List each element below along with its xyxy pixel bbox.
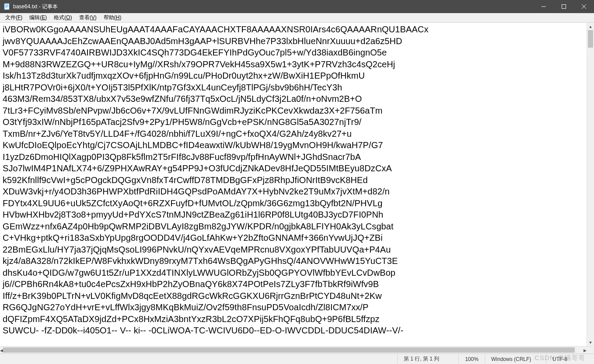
horizontal-scrollbar-row: ◀ ▶: [0, 346, 594, 354]
svg-rect-6: [562, 5, 566, 9]
menu-help[interactable]: 帮助(H): [100, 13, 125, 22]
vertical-scrollbar[interactable]: ▲ ▼: [587, 23, 594, 346]
menu-edit[interactable]: 编辑(E): [26, 13, 50, 22]
statusbar: 第 1 行, 第 1 列 100% Windows (CRLF) UTF-8: [0, 354, 594, 364]
vscroll-track[interactable]: [587, 30, 594, 339]
notepad-window: base64.txt - 记事本 文件(F) 编辑(E) 格式(O) 查看(V)…: [0, 0, 594, 364]
minimize-button[interactable]: [534, 0, 554, 13]
hscroll-thumb[interactable]: [3, 347, 575, 353]
menu-file[interactable]: 文件(F): [2, 13, 26, 22]
vscroll-thumb[interactable]: [588, 30, 593, 48]
close-button[interactable]: [574, 0, 594, 13]
scroll-up-arrow[interactable]: ▲: [587, 23, 594, 30]
window-controls: [534, 0, 594, 13]
text-editor[interactable]: iVBORw0KGgoAAAANSUhEUgAAAT4AAAFaCAYAAACH…: [0, 23, 587, 346]
titlebar: base64.txt - 记事本: [0, 0, 594, 13]
notepad-icon: [3, 3, 10, 10]
menu-view[interactable]: 查看(V): [76, 13, 100, 22]
hscroll-track[interactable]: [3, 347, 584, 354]
scroll-down-arrow[interactable]: ▼: [587, 339, 594, 346]
maximize-button[interactable]: [554, 0, 574, 13]
menubar: 文件(F) 编辑(E) 格式(O) 查看(V) 帮助(H): [0, 13, 594, 23]
menu-format[interactable]: 格式(O): [50, 13, 75, 22]
status-encoding: UTF-8: [546, 354, 594, 364]
scroll-left-arrow[interactable]: ◀: [0, 347, 3, 354]
status-zoom: 100%: [458, 354, 485, 364]
scroll-corner: [587, 347, 594, 354]
horizontal-scrollbar[interactable]: ◀ ▶: [0, 347, 587, 354]
status-position: 第 1 行, 第 1 列: [397, 354, 458, 364]
window-title: base64.txt - 记事本: [13, 3, 534, 10]
content-area: iVBORw0KGgoAAAANSUhEUgAAAT4AAAFaCAYAAACH…: [0, 23, 594, 346]
status-eol: Windows (CRLF): [485, 354, 546, 364]
scroll-right-arrow[interactable]: ▶: [584, 347, 587, 354]
